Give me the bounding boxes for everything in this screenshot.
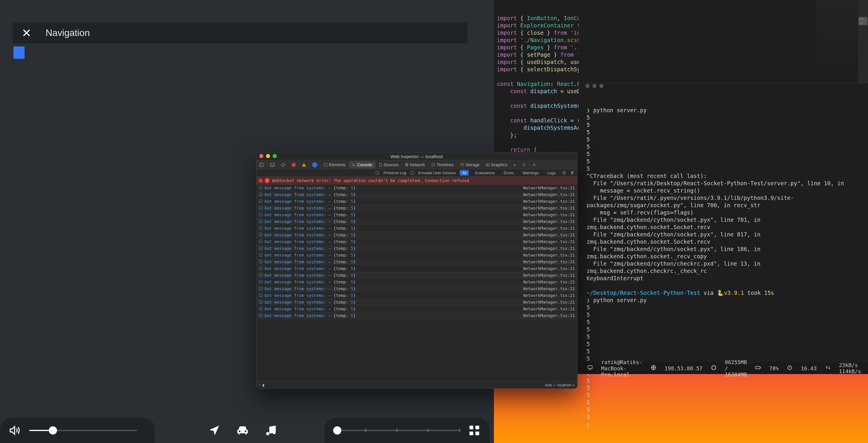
svg-point-25 [534,164,535,165]
info-count-pill[interactable] [309,161,320,168]
log-source[interactable]: NetworkManager.tsx:21 [514,293,575,298]
close-icon[interactable]: ✕ [22,26,32,40]
filter-errors[interactable]: Errors [501,170,516,176]
code-minimap[interactable] [816,0,857,79]
log-source[interactable]: NetworkManager.tsx:21 [514,259,575,264]
zoom-window-button[interactable] [273,154,277,158]
editor-code-pane[interactable]: import { IonButton, IonContent, IonHeade… [494,0,579,152]
console-log-row[interactable]: ⓘ Got message from systems: – {temp: 5} … [256,279,577,285]
memory-icon [711,365,717,372]
terminal-tab-dots[interactable] [585,84,603,88]
log-source[interactable]: NetworkManager.tsx:21 [514,266,575,271]
search-button[interactable] [519,162,529,168]
console-log-row[interactable]: ⓘ Got message from systems: – {temp: 5} … [256,239,577,245]
close-window-button[interactable] [259,154,263,158]
log-source[interactable]: NetworkManager.tsx:21 [514,206,575,211]
emulate-gesture-label: Emulate User Gesture [418,171,456,175]
settings-button[interactable] [529,162,539,168]
tab-storage[interactable]: Storage [457,161,483,168]
console-log-row[interactable]: ⓘ Got message from systems: – {temp: 5} … [256,292,577,299]
clear-icon[interactable] [570,171,574,175]
console-log-row[interactable]: ⓘ Got message from systems: – {temp: 5} … [256,245,577,252]
console-log-row[interactable]: ⓘ Got message from systems: – {temp: 5} … [256,265,577,272]
console-log-row[interactable]: ⓘ Got message from systems: – {temp: 5} … [256,185,577,191]
console-log-row[interactable]: ⓘ Got message from systems: – {temp: 5} … [256,306,577,312]
scroll-thumb[interactable]: g.in i.in [859,17,867,25]
log-source[interactable]: NetworkManager.tsx:21 [514,273,575,278]
console-log-row[interactable]: ⓘ Got message from systems: – {temp: 5} … [256,232,577,239]
console-error-row[interactable]: 2 WebSocket network error: The operation… [256,177,577,185]
log-source[interactable]: NetworkManager.tsx:21 [514,280,575,284]
log-source[interactable]: NetworkManager.tsx:21 [514,253,575,257]
select-element-button[interactable] [278,161,289,168]
minimize-window-button[interactable] [266,154,270,158]
log-icon: ⓘ [259,306,265,312]
navigate-icon[interactable] [208,424,221,437]
selected-tile[interactable] [13,46,25,59]
error-count-pill[interactable] [289,162,299,168]
console-log-row[interactable]: ⓘ Got message from systems: – {temp: 5} … [256,272,577,279]
volume-slider[interactable] [29,430,137,431]
terminal-panel: ❯ python server.py 5 5 5 5 5 5 5 5 ^CTra… [583,83,868,356]
tab-timelines[interactable]: Timelines [428,161,457,168]
console-log-area[interactable]: 2 WebSocket network error: The operation… [256,177,577,381]
reload-icon[interactable] [562,171,566,175]
terminal-output[interactable]: ❯ python server.py 5 5 5 5 5 5 5 5 ^CTra… [583,92,858,443]
log-source[interactable]: NetworkManager.tsx:21 [514,186,575,190]
log-source[interactable]: NetworkManager.tsx:21 [514,232,575,237]
filter-all[interactable]: All [460,170,468,176]
console-log-row[interactable]: ⓘ Got message from systems: – {temp: 5} … [256,191,577,198]
log-source[interactable]: NetworkManager.tsx:21 [514,239,575,244]
console-log-row[interactable]: ⓘ Got message from systems: – {temp: 5} … [256,252,577,259]
console-log-row[interactable]: ⓘ Got message from systems: – {temp: 5} … [256,259,577,265]
tab-sources[interactable]: Sources [376,161,402,168]
log-source[interactable]: NetworkManager.tsx:21 [514,199,575,204]
console-log-row[interactable]: ⓘ Got message from systems: – {temp: 5} … [256,285,577,292]
tab-graphics[interactable]: Graphics [483,161,510,168]
volume-icon[interactable] [9,424,21,436]
filter-logs[interactable]: Logs [545,170,558,176]
log-source[interactable]: NetworkManager.tsx:21 [514,313,575,318]
log-source[interactable]: NetworkManager.tsx:21 [514,192,575,197]
tab-overflow-button[interactable]: » [510,161,519,168]
console-log-row[interactable]: ⓘ Got message from systems: – {temp: 5} … [256,225,577,232]
volume-panel [0,418,155,443]
climate-slider[interactable] [333,430,459,431]
log-source[interactable]: NetworkManager.tsx:21 [514,213,575,217]
log-icon: ⓘ [259,212,265,217]
log-source[interactable]: NetworkManager.tsx:21 [514,246,575,251]
dock-left-button[interactable] [256,161,267,168]
console-log-row[interactable]: ⓘ Got message from systems: – {temp: 5} … [256,218,577,225]
console-log-row[interactable]: ⓘ Got message from systems: – {temp: 5} … [256,205,577,212]
inspector-titlebar[interactable]: Web Inspector — localhost [256,152,577,160]
filter-warnings[interactable]: Warnings [520,170,541,176]
console-filter-bar: Preserve Log Emulate User Gesture All Ev… [256,169,577,177]
log-icon: ⓘ [259,252,265,258]
console-context[interactable]: Auto — localhost ◇ [545,383,575,387]
log-source[interactable]: NetworkManager.tsx:21 [514,226,575,230]
tab-network[interactable]: Network [402,161,428,168]
svg-point-23 [487,164,488,165]
console-log-row[interactable]: ⓘ Got message from systems: – {temp: 5} … [256,198,577,205]
warning-count-pill[interactable] [299,162,309,168]
music-icon[interactable] [265,424,277,437]
console-input-bar[interactable]: > ▮ Auto — localhost ◇ [256,381,577,388]
log-icon: ⓘ [259,266,265,271]
tab-console[interactable]: Console [349,161,375,168]
console-log-row[interactable]: ⓘ Got message from systems: – {temp: 5} … [256,312,577,319]
log-icon: ⓘ [259,232,265,238]
console-log-row[interactable]: ⓘ Got message from systems: – {temp: 5} … [256,212,577,218]
car-icon[interactable] [236,423,250,438]
apps-grid-icon[interactable] [468,424,481,437]
log-icon: ⓘ [259,286,265,291]
log-source[interactable]: NetworkManager.tsx:21 [514,219,575,224]
emulate-gesture-checkbox[interactable] [410,171,414,175]
log-source[interactable]: NetworkManager.tsx:21 [514,300,575,305]
dock-bottom-button[interactable] [267,161,278,168]
console-log-row[interactable]: ⓘ Got message from systems: – {temp: 5} … [256,299,577,306]
log-source[interactable]: NetworkManager.tsx:21 [514,286,575,291]
preserve-log-checkbox[interactable] [376,171,379,175]
log-source[interactable]: NetworkManager.tsx:21 [514,307,575,311]
filter-evaluations[interactable]: Evaluations [473,170,497,176]
tab-elements[interactable]: Elements [320,161,349,168]
